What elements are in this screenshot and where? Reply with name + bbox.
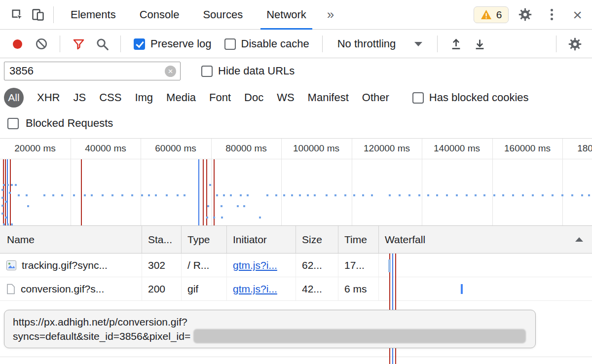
request-dot xyxy=(446,194,448,196)
throttling-dropdown[interactable]: No throttling xyxy=(331,37,430,50)
request-dot xyxy=(266,194,268,196)
filter-type-xhr[interactable]: XHR xyxy=(37,91,60,104)
request-dot xyxy=(408,194,410,196)
request-dot xyxy=(1,189,3,191)
filter-type-font[interactable]: Font xyxy=(209,91,231,104)
request-dot xyxy=(11,184,13,186)
clear-network-log-button[interactable] xyxy=(31,33,52,55)
request-dot xyxy=(247,194,249,196)
column-header-status[interactable]: Sta... xyxy=(142,226,182,253)
warning-icon xyxy=(481,9,492,20)
upload-arrow-icon xyxy=(449,37,463,51)
column-header-size[interactable]: Size xyxy=(296,226,338,253)
device-toolbar-button[interactable] xyxy=(28,3,48,26)
time-label: 20000 ms xyxy=(14,143,55,154)
request-dot xyxy=(141,194,143,196)
overview-timeline[interactable]: 20000 ms40000 ms60000 ms80000 ms100000 m… xyxy=(0,138,592,226)
clear-filter-icon[interactable]: × xyxy=(165,66,176,77)
request-dot xyxy=(436,194,438,196)
separator xyxy=(60,36,60,52)
blocked-requests-checkbox[interactable]: Blocked Requests xyxy=(0,112,592,134)
request-dot xyxy=(84,194,86,196)
filter-type-media[interactable]: Media xyxy=(166,91,196,104)
inspect-element-button[interactable] xyxy=(7,3,28,26)
request-dot xyxy=(240,194,242,196)
initiator-link[interactable]: gtm.js?i... xyxy=(233,283,277,295)
request-dot xyxy=(326,194,328,196)
filter-type-ws[interactable]: WS xyxy=(277,91,294,104)
time-label: 60000 ms xyxy=(155,143,196,154)
resource-type-filters: All XHR JS CSS Img Media Font Doc WS Man… xyxy=(0,87,592,109)
initiator-link[interactable]: gtm.js?i... xyxy=(233,259,277,271)
request-dot xyxy=(389,194,391,196)
request-dot xyxy=(1,213,3,215)
import-har-button[interactable] xyxy=(445,33,466,55)
request-dot xyxy=(571,194,573,196)
time-label: 180 xyxy=(577,143,592,154)
request-dot xyxy=(18,194,20,196)
request-dot xyxy=(166,194,168,196)
more-options-button[interactable] xyxy=(541,3,562,26)
request-dot xyxy=(466,194,468,196)
filter-type-css[interactable]: CSS xyxy=(99,91,121,104)
device-toolbar-icon xyxy=(31,8,45,22)
column-header-type[interactable]: Type xyxy=(182,226,227,253)
waterfall-cell xyxy=(379,254,592,277)
export-har-button[interactable] xyxy=(469,33,490,55)
separator xyxy=(556,36,556,52)
close-devtools-button[interactable]: × xyxy=(568,7,587,23)
request-dot xyxy=(131,194,133,196)
tab-sources[interactable]: Sources xyxy=(191,0,255,30)
filter-input[interactable] xyxy=(4,62,181,80)
request-dot xyxy=(1,197,3,199)
disable-cache-checkbox[interactable]: Disable cache xyxy=(220,37,314,50)
request-dot xyxy=(561,194,563,196)
request-dot xyxy=(475,194,477,196)
filter-toggle-button[interactable] xyxy=(68,33,89,55)
search-button[interactable] xyxy=(92,33,112,55)
status-cell: 302 xyxy=(142,254,182,277)
tab-network[interactable]: Network xyxy=(255,0,318,30)
column-header-time[interactable]: Time xyxy=(338,226,379,253)
request-dot xyxy=(102,194,104,196)
more-tabs-button[interactable]: » xyxy=(318,7,343,22)
filter-type-other[interactable]: Other xyxy=(362,91,389,104)
request-dot xyxy=(299,194,301,196)
request-dot xyxy=(61,194,63,196)
filter-type-all[interactable]: All xyxy=(4,88,24,108)
filter-type-manifest[interactable]: Manifest xyxy=(308,91,349,104)
record-network-log-button[interactable] xyxy=(13,39,22,49)
request-dot xyxy=(3,184,5,186)
has-blocked-cookies-checkbox[interactable]: Has blocked cookies xyxy=(407,91,534,104)
request-dot xyxy=(121,194,123,196)
network-table-header: Name Sta... Type Initiator Size Time Wat… xyxy=(0,226,592,254)
console-warnings-badge[interactable]: 6 xyxy=(474,6,509,23)
tab-console[interactable]: Console xyxy=(128,0,191,30)
request-dot xyxy=(230,194,232,196)
checkbox-unchecked-icon xyxy=(201,66,213,77)
filter-bar: × Hide data URLs xyxy=(0,60,592,82)
filter-type-js[interactable]: JS xyxy=(73,91,86,104)
network-settings-button[interactable] xyxy=(564,33,585,55)
filter-type-doc[interactable]: Doc xyxy=(244,91,263,104)
download-arrow-icon xyxy=(473,37,486,51)
settings-button[interactable] xyxy=(515,3,535,26)
table-row-tracking-gif[interactable]: tracking.gif?sync... 302 / R... gtm.js?i… xyxy=(0,254,592,277)
preserve-log-checkbox[interactable]: Preserve log xyxy=(129,37,217,50)
tab-elements[interactable]: Elements xyxy=(59,0,128,30)
file-icon xyxy=(6,284,16,294)
filter-funnel-icon xyxy=(72,37,85,51)
hide-data-urls-checkbox[interactable]: Hide data URLs xyxy=(196,65,299,77)
column-header-name[interactable]: Name xyxy=(0,226,142,253)
size-cell: 62... xyxy=(296,254,338,277)
request-dot xyxy=(209,184,211,186)
column-header-waterfall[interactable]: Waterfall xyxy=(379,226,592,253)
request-dot xyxy=(237,205,239,207)
blocked-requests-label: Blocked Requests xyxy=(26,117,113,130)
warning-count: 6 xyxy=(496,9,502,21)
filter-type-img[interactable]: Img xyxy=(135,91,153,104)
column-header-initiator[interactable]: Initiator xyxy=(227,226,296,253)
request-dot xyxy=(43,194,45,196)
checkbox-checked-icon xyxy=(134,38,145,50)
table-row-conversion-gif[interactable]: conversion.gif?s... 200 gif gtm.js?i... … xyxy=(0,277,592,301)
